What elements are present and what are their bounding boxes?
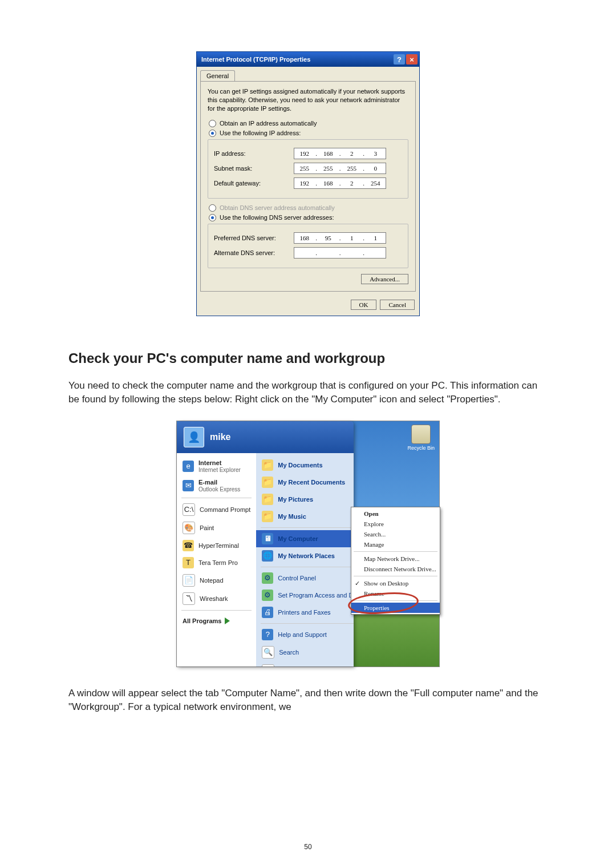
start-item-my-pictures[interactable]: 📁My Pictures [256,491,354,508]
start-item-run[interactable]: ▶Run... [256,661,354,667]
ctx-disconnect-drive[interactable]: Disconnect Network Drive... [351,564,440,574]
radio-obtain-ip-auto[interactable]: Obtain an IP address automatically [209,120,408,127]
context-menu: Open Explore Search... Manage Map Networ… [351,507,440,615]
ok-button[interactable]: OK [351,300,377,310]
internet-icon: e [183,461,194,472]
controlpanel-icon: ⚙ [262,572,273,584]
start-item-control-panel[interactable]: ⚙Control Panel [256,570,354,587]
folder-icon: 📁 [262,477,273,488]
start-user-name: mike [210,432,230,442]
start-item-my-documents[interactable]: 📁My Documents [256,457,354,474]
tcpip-properties-dialog: Internet Protocol (TCP/IP) Properties ? … [196,51,420,316]
alternate-dns-label: Alternate DNS server: [214,249,294,256]
computer-icon: 🖥 [262,533,273,544]
search-icon: 🔍 [262,646,274,659]
arrow-right-icon [225,617,230,624]
user-avatar-icon: 👤 [184,427,204,447]
hyperterminal-icon: ☎ [183,540,194,551]
radio-icon [209,130,216,137]
radio-icon [209,120,216,127]
recycle-bin-icon[interactable]: Recycle Bin [407,425,435,451]
radio-icon [209,204,216,212]
preferred-dns-input[interactable]: 168. 95. 1. 1 [294,232,386,244]
cmd-icon: C:\ [183,503,195,516]
ip-address-input[interactable]: 192. 168. 2. 3 [294,148,386,159]
access-icon: ⚙ [262,590,273,601]
page-number: 50 [0,843,616,851]
dialog-title: Internet Protocol (TCP/IP) Properties [201,56,310,63]
paint-icon: 🎨 [183,522,195,534]
folder-icon: 📁 [262,459,273,471]
default-gateway-input[interactable]: 192. 168. 2. 254 [294,177,386,189]
start-item-printers-faxes[interactable]: 🖨Printers and Faxes [256,604,354,621]
ctx-explore[interactable]: Explore [351,519,440,529]
ctx-map-drive[interactable]: Map Network Drive... [351,554,440,564]
radio-obtain-dns-auto: Obtain DNS server address automatically [209,204,408,212]
ctx-properties[interactable]: Properties [351,603,440,613]
title-bar: Internet Protocol (TCP/IP) Properties ? … [197,52,419,67]
start-item-help-support[interactable]: ?Help and Support [256,626,354,643]
radio-icon [209,214,216,221]
start-item-notepad[interactable]: 📄Notepad [177,571,256,590]
folder-icon: 📁 [262,511,273,522]
help-button[interactable]: ? [394,54,405,64]
start-item-command-prompt[interactable]: C:\Command Prompt [177,500,256,519]
start-menu-screenshot: Recycle Bin 👤 mike e InternetInternet Ex… [176,421,440,667]
start-item-my-network-places[interactable]: 🌐My Network Places [256,547,354,564]
ctx-rename[interactable]: Rename [351,588,440,599]
folder-icon: 📁 [262,494,273,505]
start-item-my-computer[interactable]: 🖥My Computer [256,530,354,547]
section-heading: Check your PC's computer name and workgr… [68,350,548,366]
advanced-button[interactable]: Advanced... [361,274,408,284]
alternate-dns-input[interactable]: . . . [294,247,386,259]
start-item-my-music[interactable]: 📁My Music [256,508,354,525]
email-icon: ✉ [183,480,194,491]
help-icon: ? [262,629,273,640]
ctx-manage[interactable]: Manage [351,539,440,550]
printer-icon: 🖨 [262,607,273,618]
preferred-dns-label: Preferred DNS server: [214,235,294,241]
radio-use-ip[interactable]: Use the following IP address: [209,130,408,137]
wireshark-icon: 〽 [183,592,195,605]
subnet-mask-input[interactable]: 255. 255. 255. 0 [294,163,386,174]
teraterm-icon: T [183,557,194,568]
subnet-mask-label: Subnet mask: [214,165,294,172]
start-item-my-recent-documents[interactable]: 📁My Recent Documents▶ [256,474,354,491]
tab-general[interactable]: General [200,70,235,81]
ctx-open[interactable]: Open [351,508,440,519]
body-paragraph-1: You need to check the computer name and … [68,379,548,407]
start-item-wireshark[interactable]: 〽Wireshark [177,590,256,608]
run-icon: ▶ [262,664,274,667]
start-menu: 👤 mike e InternetInternet Explorer ✉ E-m… [177,421,354,667]
ip-address-label: IP address: [214,150,294,157]
start-item-email[interactable]: ✉ E-mailOutlook Express [177,476,256,495]
ctx-search[interactable]: Search... [351,529,440,539]
body-paragraph-2: A window will appear select the tab "Com… [68,687,548,714]
start-item-search[interactable]: 🔍Search [256,643,354,661]
radio-use-dns[interactable]: Use the following DNS server addresses: [209,214,408,221]
start-item-set-program-access[interactable]: ⚙Set Program Access and Defaults [256,587,354,604]
start-item-internet[interactable]: e InternetInternet Explorer [177,457,256,476]
start-item-hyperterminal[interactable]: ☎HyperTerminal [177,537,256,554]
all-programs-button[interactable]: All Programs [177,613,256,629]
cancel-button[interactable]: Cancel [380,300,415,310]
ctx-show-on-desktop[interactable]: Show on Desktop [351,578,440,588]
intro-text: You can get IP settings assigned automat… [208,87,408,113]
start-item-teraterm[interactable]: TTera Term Pro [177,554,256,571]
network-icon: 🌐 [262,550,273,562]
start-item-paint[interactable]: 🎨Paint [177,519,256,537]
notepad-icon: 📄 [183,574,195,587]
default-gateway-label: Default gateway: [214,180,294,187]
close-button[interactable]: × [406,54,418,64]
